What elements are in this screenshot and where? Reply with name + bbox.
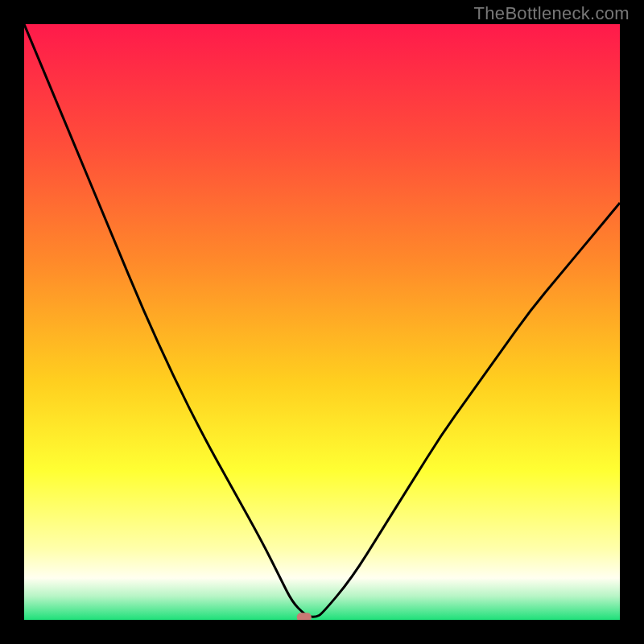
gradient-background bbox=[24, 24, 620, 620]
chart-frame: TheBottleneck.com bbox=[0, 0, 644, 644]
optimal-marker bbox=[297, 613, 312, 620]
watermark-text: TheBottleneck.com bbox=[474, 3, 630, 24]
chart-svg bbox=[24, 24, 620, 620]
plot-area bbox=[24, 24, 620, 620]
